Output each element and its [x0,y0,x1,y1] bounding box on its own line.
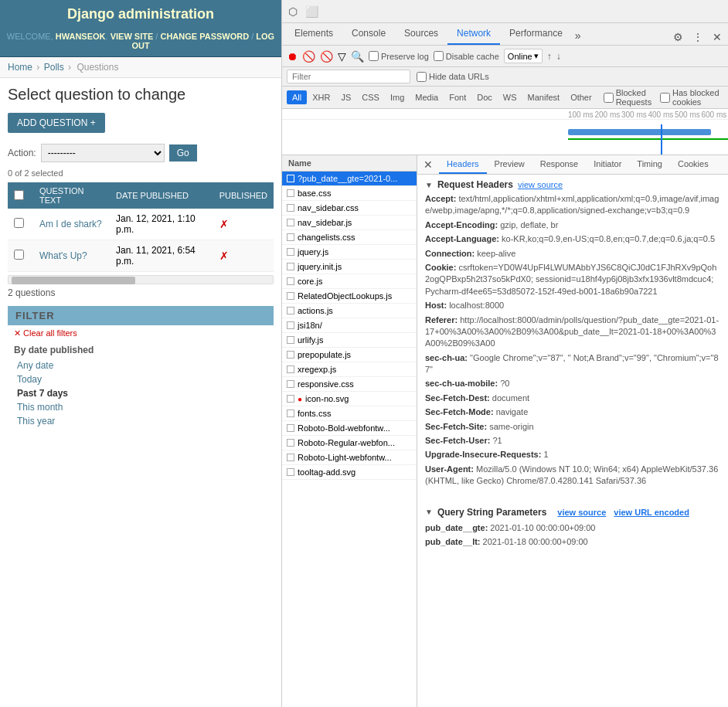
filter-item[interactable]: Past 7 days [14,386,267,400]
change-password-link[interactable]: CHANGE PASSWORD [160,32,249,41]
selected-count: 0 of 2 selected [8,168,274,178]
detail-tab-response[interactable]: Response [532,155,587,174]
header-value: document [492,393,529,403]
close-devtools-btn[interactable]: ✕ [709,29,725,45]
file-item[interactable]: changelists.css [282,230,417,245]
filter-item[interactable]: This year [14,414,267,428]
file-item[interactable]: jsi18n/ [282,318,417,333]
type-tab-img[interactable]: Img [385,90,410,104]
file-name: urlify.js [298,335,323,345]
file-item[interactable]: nav_sidebar.css [282,201,417,216]
filter-icon-btn[interactable]: ▽ [338,50,346,63]
tab-sources[interactable]: Sources [395,23,447,45]
file-item[interactable]: Roboto-Regular-webfon... [282,436,417,450]
file-item[interactable]: urlify.js [282,333,417,348]
blocked-requests-checkbox[interactable] [604,93,614,103]
file-item[interactable]: Roboto-Bold-webfontw... [282,421,417,436]
file-item[interactable]: prepopulate.js [282,348,417,362]
file-item[interactable]: core.js [282,274,417,289]
tab-console[interactable]: Console [342,23,395,45]
horizontal-scrollbar[interactable] [8,275,274,284]
disable-cache-label[interactable]: Disable cache [434,51,499,61]
detail-tab-initiator[interactable]: Initiator [586,155,629,174]
type-tab-js[interactable]: JS [335,90,356,104]
breadcrumb-polls[interactable]: Polls [44,62,64,73]
detail-tab-timing[interactable]: Timing [629,155,670,174]
file-item[interactable]: base.css [282,186,417,201]
type-tab-all[interactable]: All [287,90,307,104]
type-tab-media[interactable]: Media [410,90,444,104]
go-button[interactable]: Go [169,144,197,161]
file-item[interactable]: jquery.init.js [282,260,417,274]
filter-item[interactable]: Today [14,372,267,386]
type-tab-doc[interactable]: Doc [471,90,498,104]
detail-panel: ✕ Headers Preview Response Initiator Tim… [417,155,728,707]
more-tabs-btn[interactable]: » [572,26,584,45]
preserve-log-label[interactable]: Preserve log [369,51,429,61]
question-link-0[interactable]: Am I de shark? [39,219,102,229]
hide-data-urls-checkbox[interactable] [417,72,427,82]
row-checkbox-1[interactable] [14,250,24,260]
th-published[interactable]: PUBLISHED [213,182,274,209]
settings-icon-btn[interactable]: ⚙ [670,29,686,45]
view-site-link[interactable]: VIEW SITE [111,32,154,41]
file-item[interactable]: tooltag-add.svg [282,465,417,480]
file-item[interactable]: xregexp.js [282,362,417,377]
clear-filters-link[interactable]: ✕ Clear all filters [14,328,77,338]
detail-tab-headers[interactable]: Headers [439,155,487,174]
th-date-published[interactable]: DATE PUBLISHED [110,182,213,209]
type-tab-other[interactable]: Other [565,90,597,104]
type-tab-css[interactable]: CSS [356,90,385,104]
tab-network[interactable]: Network [447,23,500,45]
file-item[interactable]: responsive.css [282,377,417,392]
has-blocked-checkbox[interactable] [660,93,670,103]
inspect-icon-btn[interactable]: ⬡ [285,4,301,19]
more-options-btn[interactable]: ⋮ [689,29,706,45]
filter-input[interactable] [287,70,410,83]
type-tab-ws[interactable]: WS [498,90,522,104]
query-view-source-link[interactable]: view source [557,508,606,517]
username-link[interactable]: HWANSEOK [56,32,106,41]
tab-elements[interactable]: Elements [285,23,342,45]
record-button[interactable]: ⏺ [287,50,298,63]
scrollbar-thumb[interactable] [12,277,135,284]
hide-data-urls-label[interactable]: Hide data URLs [417,72,489,82]
question-link-1[interactable]: What's Up? [39,250,87,261]
detail-tab-cookies[interactable]: Cookies [670,155,716,174]
filter-item[interactable]: Any date [14,359,267,372]
detail-tab-preview[interactable]: Preview [487,155,532,174]
upload-icon[interactable]: ↑ [547,51,552,62]
th-question-text[interactable]: QUESTION TEXT [33,182,110,209]
blocked-requests-label[interactable]: Blocked Requests [604,88,660,107]
filter-item[interactable]: This month [14,400,267,414]
stop-button[interactable]: 🚫 [302,50,315,63]
type-tab-manifest[interactable]: Manifest [522,90,566,104]
has-blocked-label[interactable]: Has blocked cookies [660,88,723,107]
detail-close-btn[interactable]: ✕ [417,155,439,174]
disable-cache-checkbox[interactable] [434,51,444,61]
download-icon[interactable]: ↓ [556,51,561,62]
preserve-log-checkbox[interactable] [369,51,379,61]
file-item[interactable]: jquery.js [282,245,417,260]
throttling-dropdown[interactable]: Online ▾ [504,49,543,63]
file-item[interactable]: ● icon-no.svg [282,392,417,406]
file-item[interactable]: actions.js [282,304,417,318]
row-checkbox-0[interactable] [14,218,24,228]
breadcrumb-home[interactable]: Home [8,62,32,73]
query-view-url-encoded-link[interactable]: view URL encoded [614,508,689,517]
select-all-checkbox[interactable] [14,190,24,200]
action-select[interactable]: --------- [41,144,165,162]
type-tab-font[interactable]: Font [444,90,471,104]
tab-performance[interactable]: Performance [500,23,572,45]
file-item[interactable]: RelatedObjectLookups.js [282,289,417,304]
clear-button[interactable]: 🚫 [320,50,333,63]
device-icon-btn[interactable]: ⬜ [302,4,321,19]
file-item[interactable]: ?pub_date__gte=2021-0... [282,172,417,186]
type-tab-xhr[interactable]: XHR [307,90,335,104]
view-source-link[interactable]: view source [518,180,563,189]
add-question-button[interactable]: ADD QUESTION + [8,113,105,133]
search-icon-btn[interactable]: 🔍 [351,50,364,63]
file-item[interactable]: fonts.css [282,406,417,421]
file-item[interactable]: Roboto-Light-webfontw... [282,450,417,465]
file-item[interactable]: nav_sidebar.js [282,216,417,230]
